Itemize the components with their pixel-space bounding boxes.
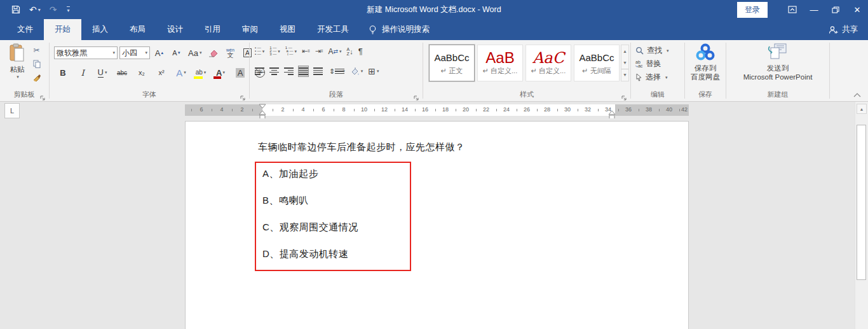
superscript-button[interactable]: x² xyxy=(154,66,169,80)
align-center-button[interactable] xyxy=(269,66,280,76)
tab-insert[interactable]: 插入 xyxy=(81,19,119,40)
bold-button[interactable]: B xyxy=(55,66,71,80)
ruler-tick xyxy=(456,109,456,111)
paragraph-dialog-launcher[interactable] xyxy=(414,92,420,99)
subscript-button[interactable]: x₂ xyxy=(134,66,149,80)
save-to-baidu-button[interactable]: 保存到 百度网盘 xyxy=(686,43,725,81)
styles-gallery-more-icon[interactable]: ▼ xyxy=(621,69,628,81)
close-button[interactable]: ✕ xyxy=(846,0,868,19)
replace-label: 替换 xyxy=(646,59,661,69)
replace-button[interactable]: ab⤷ac 替换 xyxy=(634,58,670,70)
style-card-custom-2[interactable]: AaC ↵ 自定义... xyxy=(526,45,571,81)
align-left-button[interactable] xyxy=(254,66,265,76)
distribute-button[interactable] xyxy=(313,66,325,76)
option-c[interactable]: C、观察周围交通情况 xyxy=(262,221,358,234)
paste-button[interactable]: 粘贴 ▾ xyxy=(5,43,29,80)
scroll-up-button[interactable]: ▲ xyxy=(857,104,867,114)
style-card-no-spacing[interactable]: AaBbCc ↵ 无间隔 xyxy=(574,45,620,81)
question-text[interactable]: 车辆临时靠边停车后准备起步时，应先怎样做？ xyxy=(258,141,465,153)
tab-view[interactable]: 视图 xyxy=(269,19,306,40)
styles-scroll-down-icon[interactable]: ▼ xyxy=(621,57,628,68)
paste-caret-icon[interactable]: ▾ xyxy=(6,74,29,80)
undo-button[interactable]: ↶▾ xyxy=(29,4,41,15)
ruler-tick xyxy=(496,109,497,111)
save-group-label: 保存 xyxy=(686,90,725,99)
option-d[interactable]: D、提高发动机转速 xyxy=(262,248,348,260)
option-b[interactable]: B、鸣喇叭 xyxy=(262,195,309,207)
justify-button[interactable] xyxy=(298,66,309,76)
font-name-combo[interactable]: 微软雅黑▾ xyxy=(54,46,118,59)
text-effects-button[interactable]: A▾ xyxy=(173,66,189,80)
undo-caret-icon[interactable]: ▾ xyxy=(38,7,41,13)
tab-layout[interactable]: 布局 xyxy=(119,19,156,40)
tab-references[interactable]: 引用 xyxy=(194,19,231,40)
tell-me-label: 操作说明搜索 xyxy=(382,24,430,35)
select-button[interactable]: 选择▾ xyxy=(634,71,670,83)
tab-file[interactable]: 文件 xyxy=(6,19,44,40)
increase-indent-button[interactable]: ⇥≡ xyxy=(315,46,324,56)
style-card-custom-1[interactable]: AaB ↵ 自定义... xyxy=(477,45,523,81)
multilevel-list-button[interactable]: 1 ― a ― i ―▾ xyxy=(285,46,297,57)
copy-button[interactable] xyxy=(32,59,41,69)
decrease-indent-button[interactable]: ⇤≡ xyxy=(301,46,311,56)
find-button[interactable]: 查找▾ xyxy=(634,45,670,57)
option-a[interactable]: A、加油起步 xyxy=(262,168,318,180)
ruler-number: 18 xyxy=(442,106,449,113)
redo-button[interactable]: ↷ xyxy=(50,4,57,15)
tell-me-search[interactable]: 操作说明搜索 xyxy=(369,19,430,40)
cut-button[interactable]: ✂ xyxy=(32,45,41,55)
numbering-button[interactable]: 1 ―2 ―3 ―▾ xyxy=(269,46,281,57)
ruler-number: 2 xyxy=(281,106,284,113)
ruler-tick xyxy=(334,109,334,111)
phonetic-guide-button[interactable]: wén文 xyxy=(222,46,238,60)
minimize-button[interactable]: — xyxy=(803,0,825,19)
asian-layout-button[interactable]: A⇄▾ xyxy=(327,46,342,57)
group-new: 发送到 Microsoft PowerPoint 新建组 xyxy=(727,40,829,101)
document-page[interactable]: 车辆临时靠边停车后准备起步时，应先怎样做？ A、加油起步 B、鸣喇叭 C、观察周… xyxy=(185,121,689,329)
font-color-button[interactable]: A▾ xyxy=(213,66,228,80)
clear-formatting-button[interactable] xyxy=(205,46,220,60)
tab-review[interactable]: 审阅 xyxy=(231,19,269,40)
borders-button[interactable]: ⊞▾ xyxy=(367,66,379,77)
strikethrough-button[interactable]: abc xyxy=(114,66,130,80)
align-right-button[interactable] xyxy=(283,66,294,76)
group-divider xyxy=(829,43,830,99)
tab-developer[interactable]: 开发工具 xyxy=(306,19,360,40)
font-size-combo[interactable]: 小四▾ xyxy=(119,46,150,59)
qat-customize-button[interactable]: ▾ xyxy=(65,6,69,13)
group-styles: AaBbCc ↵ 正文 AaB ↵ 自定义... AaC ↵ 自定义... Aa… xyxy=(424,40,630,101)
styles-dialog-launcher[interactable] xyxy=(621,92,628,99)
sign-in-button[interactable]: 登录 xyxy=(737,2,768,18)
paragraph-group-label: 段落 xyxy=(250,90,422,99)
character-shading-button[interactable]: A xyxy=(233,66,248,80)
group-font: 微软雅黑▾ 小四▾ A▲ A▼ Aa▾ wén文 A B I U▾ abc x₂ xyxy=(50,40,248,101)
highlight-button[interactable]: ab▾ xyxy=(193,66,208,80)
sort-button[interactable]: AZ↓ xyxy=(346,46,354,57)
ruler-number: 42 xyxy=(681,106,688,113)
styles-gallery-scroll: ▲ ▼ ▼ xyxy=(621,45,629,81)
tab-home[interactable]: 开始 xyxy=(44,19,81,40)
bullets-button[interactable]: • ―• ―• ―▾ xyxy=(254,46,265,57)
shading-button[interactable]: ▾ xyxy=(349,66,364,76)
restore-button[interactable] xyxy=(825,0,846,19)
scrollbar-thumb[interactable] xyxy=(857,125,866,280)
show-hide-marks-button[interactable]: ¶ xyxy=(358,46,363,57)
italic-button[interactable]: I xyxy=(75,66,90,80)
collapse-ribbon-button[interactable] xyxy=(851,90,863,100)
shrink-font-button[interactable]: A▼ xyxy=(169,46,184,60)
format-painter-button[interactable] xyxy=(32,73,41,82)
change-case-button[interactable]: Aa▾ xyxy=(186,46,203,60)
clipboard-dialog-launcher[interactable] xyxy=(40,92,46,99)
underline-button[interactable]: U▾ xyxy=(95,66,110,80)
font-dialog-launcher[interactable] xyxy=(240,92,247,99)
save-icon[interactable] xyxy=(11,5,20,14)
tab-stop-selector[interactable]: L xyxy=(4,103,20,118)
style-card-normal[interactable]: AaBbCc ↵ 正文 xyxy=(429,45,475,81)
tab-design[interactable]: 设计 xyxy=(156,19,194,40)
styles-scroll-up-icon[interactable]: ▲ xyxy=(621,45,628,57)
share-button[interactable]: 共享 xyxy=(828,19,858,40)
grow-font-button[interactable]: A▲ xyxy=(152,46,167,60)
send-to-powerpoint-button[interactable]: 发送到 Microsoft PowerPoint xyxy=(727,43,829,81)
ribbon-display-options-button[interactable] xyxy=(782,0,803,19)
line-spacing-button[interactable]: ⇕▾ xyxy=(329,67,346,76)
